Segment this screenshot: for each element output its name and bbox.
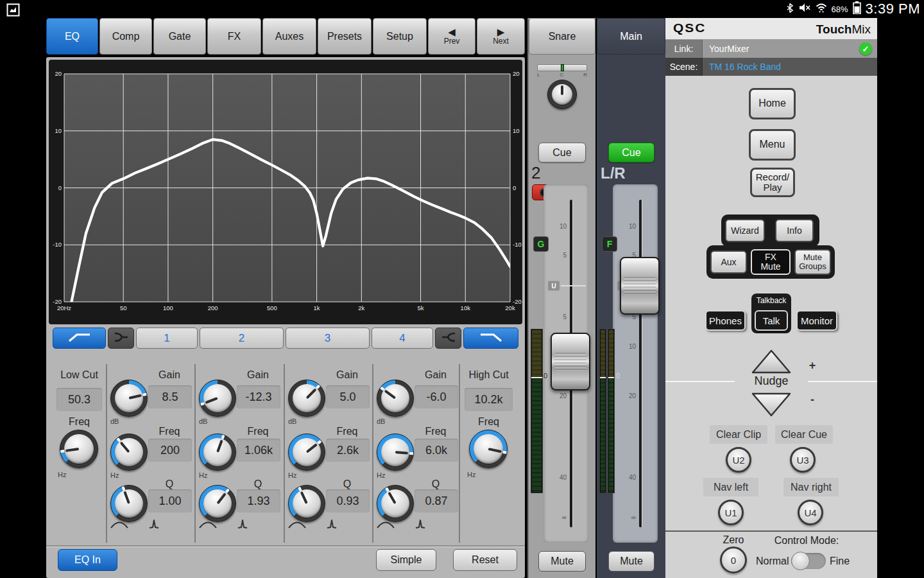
info-button[interactable]: Info (775, 219, 814, 242)
scene-value[interactable]: TM 16 Rock Band (709, 62, 781, 72)
band-1-gain-knob[interactable] (110, 380, 148, 417)
band-freq-value[interactable]: 2.6k (326, 439, 370, 462)
nudge-down-button[interactable]: - (751, 392, 792, 420)
band-4-button[interactable]: 4 (372, 328, 433, 349)
band-3-button[interactable]: 3 (286, 328, 370, 349)
low-cut-button[interactable] (53, 328, 106, 349)
band-q-value[interactable]: 0.93 (326, 489, 370, 512)
band-q-value[interactable]: 1.00 (148, 489, 192, 512)
phones-button[interactable]: Phones (705, 310, 746, 331)
band-q-value[interactable]: 1.93 (237, 489, 280, 512)
svg-text:20Hz: 20Hz (57, 304, 71, 311)
minus-icon: - (792, 393, 833, 407)
talk-button[interactable]: Talk (755, 310, 788, 331)
tab-gate[interactable]: Gate (153, 18, 206, 55)
fader-cap-main[interactable] (620, 257, 660, 315)
tab-setup[interactable]: Setup (373, 18, 427, 55)
high-cut-button[interactable] (463, 328, 518, 349)
user-button-u3[interactable]: U3 (790, 447, 816, 473)
band-4-freq-knob[interactable] (377, 434, 414, 471)
battery-icon (853, 1, 861, 17)
mute-groups-button[interactable]: MuteGroups (794, 249, 831, 275)
band-3-gain-knob[interactable] (288, 380, 325, 417)
next-channel-button[interactable]: ▶ Next (477, 18, 525, 55)
meter-lower-segments (532, 379, 542, 492)
band-freq-value[interactable]: 200 (148, 439, 192, 462)
home-button[interactable]: Home (749, 88, 796, 119)
user-button-u1[interactable]: U1 (718, 500, 744, 525)
band-4-q-knob[interactable] (377, 485, 414, 522)
band-freq-value[interactable]: 6.0k (415, 439, 458, 462)
fx-mute-button[interactable]: FXMute (751, 249, 791, 275)
band-1-button[interactable]: 1 (136, 328, 198, 349)
eq-in-button[interactable]: EQ In (58, 549, 117, 571)
reset-button[interactable]: Reset (453, 549, 517, 571)
record-play-button[interactable]: Record/Play (750, 168, 795, 197)
tab-main[interactable]: Main (597, 18, 665, 55)
mute-button-main[interactable]: Mute (608, 551, 654, 572)
prev-arrow-icon: ◀ (448, 28, 456, 36)
menu-button[interactable]: Menu (749, 129, 796, 161)
aux-button[interactable]: Aux (710, 250, 747, 274)
band-gain-value[interactable]: -12.3 (237, 385, 280, 408)
prev-channel-button[interactable]: ◀ Prev (428, 18, 475, 55)
band-4-gain-knob[interactable] (377, 380, 414, 417)
band-q-label: Q (325, 478, 370, 490)
band-4-column: Gain -6.0 dB Freq 6.0k Hz Q 0.87 (372, 356, 459, 549)
band-gain-value[interactable]: -6.0 (415, 385, 458, 408)
band-3-freq-knob[interactable] (288, 434, 325, 471)
band-freq-label: Freq (325, 426, 370, 437)
band-2-button[interactable]: 2 (200, 328, 284, 349)
svg-text:0: 0 (513, 184, 516, 191)
band-3-q-knob[interactable] (288, 485, 325, 522)
eq-graph[interactable]: 2020101000-10-10-20-2020Hz501002005001k2… (49, 60, 522, 324)
mute-button-channel[interactable]: Mute (538, 551, 586, 572)
level-meter-channel (531, 329, 543, 493)
zero-button[interactable]: 0 (720, 547, 747, 574)
pan-knob[interactable] (547, 80, 577, 109)
tab-comp[interactable]: Comp (99, 18, 152, 55)
level-meter-main-left (599, 329, 606, 493)
cue-button-main[interactable]: Cue (608, 143, 654, 162)
wide-bell-icon (198, 518, 218, 532)
high-shelf-button[interactable] (435, 328, 461, 349)
band-freq-value[interactable]: 1.06k (237, 439, 280, 462)
wizard-button[interactable]: Wizard (725, 219, 765, 242)
band-gain-value[interactable]: 5.0 (326, 385, 370, 408)
tab-fx[interactable]: FX (207, 18, 261, 55)
fader-cap-channel[interactable] (551, 333, 590, 390)
band-1-freq-knob[interactable] (110, 434, 148, 471)
low-cut-freq-knob[interactable] (60, 430, 98, 468)
low-shelf-button[interactable] (108, 328, 134, 349)
low-cut-value[interactable]: 50.3 (56, 388, 102, 411)
unity-marker: U (548, 281, 560, 291)
plus-icon: + (792, 359, 833, 372)
tab-eq[interactable]: EQ (46, 18, 98, 55)
band-gain-label: Gain (147, 369, 192, 381)
cue-button-channel[interactable]: Cue (538, 143, 586, 162)
band-2-gain-knob[interactable] (199, 380, 236, 417)
svg-text:20: 20 (55, 70, 62, 77)
band-q-value[interactable]: 0.87 (415, 489, 458, 512)
fader-slot (639, 200, 642, 527)
control-mode-toggle[interactable] (791, 553, 826, 569)
tab-presets[interactable]: Presets (318, 18, 372, 55)
nudge-up-button[interactable]: + (751, 349, 792, 377)
band-gain-value[interactable]: 8.5 (148, 385, 192, 408)
fader-track-main[interactable]: 105U5102040∞ (613, 184, 658, 543)
high-cut-value[interactable]: 10.2k (465, 388, 513, 411)
divider (665, 381, 735, 382)
band-1-q-knob[interactable] (110, 485, 148, 522)
user-button-u2[interactable]: U2 (726, 447, 751, 473)
tab-snare[interactable]: Snare (529, 18, 595, 55)
band-3-column: Gain 5.0 dB Freq 2.6k Hz Q 0.93 (284, 356, 372, 549)
band-2-q-knob[interactable] (199, 485, 236, 522)
simple-button[interactable]: Simple (376, 549, 436, 571)
high-cut-freq-knob[interactable] (469, 430, 508, 468)
band-2-freq-knob[interactable] (199, 434, 236, 471)
monitor-button[interactable]: Monitor (796, 310, 837, 331)
user-button-u4[interactable]: U4 (798, 500, 823, 525)
tab-auxes[interactable]: Auxes (262, 18, 316, 55)
group-badge: G (533, 236, 549, 252)
high-cut-column: High Cut 10.2k Freq Hz (459, 356, 518, 549)
